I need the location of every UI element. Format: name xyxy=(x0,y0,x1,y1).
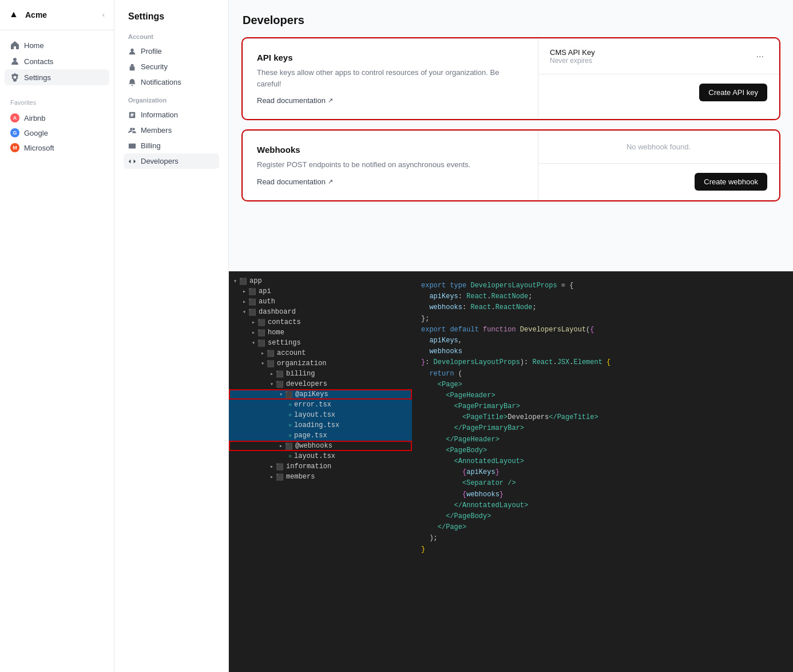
settings-item-billing-label: Billing xyxy=(141,141,161,150)
left-sidebar: ▲ Acme ‹ Home Contacts Settings Favorite… xyxy=(0,0,114,672)
create-webhook-button[interactable]: Create webhook xyxy=(695,173,767,191)
settings-item-information[interactable]: Information xyxy=(124,107,219,122)
chevron-down-icon: ▾ xyxy=(233,278,237,284)
tree-item-webhooks-layout[interactable]: ⚛ layout.tsx xyxy=(229,451,412,461)
settings-item-developers[interactable]: Developers xyxy=(124,153,219,169)
tree-item-home[interactable]: ▸ ⬛ home xyxy=(229,327,412,338)
chevron-right-icon-information: ▸ xyxy=(270,463,273,470)
code-line-12: <PageHeader> xyxy=(421,390,784,401)
code-line-13: <PagePrimaryBar> xyxy=(421,401,784,412)
sidebar-item-contacts-label: Contacts xyxy=(24,57,53,66)
api-keys-title: API keys xyxy=(257,53,524,62)
webhooks-folder-icon: ⬛ xyxy=(285,442,293,450)
main-content: Developers API keys These keys allow oth… xyxy=(229,0,793,271)
collapse-sidebar-button[interactable]: ‹ xyxy=(102,11,105,19)
sidebar-item-google[interactable]: G Google xyxy=(5,125,109,140)
code-line-15: </PagePrimaryBar> xyxy=(421,423,784,434)
code-line-6: export default function DevelopersLayout… xyxy=(421,325,784,335)
tree-item-settings[interactable]: ▾ ⬛ settings xyxy=(229,338,412,348)
tree-item-layout-tsx[interactable]: ⚛ layout.tsx xyxy=(229,410,412,420)
tree-item-page-tsx[interactable]: ⚛ page.tsx xyxy=(229,430,412,441)
google-label: Google xyxy=(24,129,48,137)
settings-item-profile[interactable]: Profile xyxy=(124,44,219,59)
code-line-8: webhooks xyxy=(421,346,784,357)
webhooks-description: Register POST endpoints to be notified o… xyxy=(257,159,524,171)
tree-item-dashboard[interactable]: ▾ ⬛ dashboard xyxy=(229,307,412,317)
sidebar-item-contacts[interactable]: Contacts xyxy=(5,53,109,69)
tree-item-members[interactable]: ▸ ⬛ members xyxy=(229,472,412,482)
code-line-7: apiKeys, xyxy=(421,335,784,346)
chevron-right-icon-webhooks: ▸ xyxy=(279,442,283,449)
settings-item-security[interactable]: Security xyxy=(124,59,219,74)
page-title: Developers xyxy=(243,14,779,27)
chevron-right-icon-account: ▸ xyxy=(261,350,264,357)
account-group-label: Account xyxy=(124,31,219,44)
airbnb-icon: A xyxy=(10,113,19,122)
tree-item-account[interactable]: ▸ ⬛ account xyxy=(229,348,412,358)
sidebar-item-home[interactable]: Home xyxy=(5,37,109,53)
sidebar-item-microsoft[interactable]: M Microsoft xyxy=(5,140,109,155)
code-line-25: ); xyxy=(421,533,784,544)
api-key-more-button[interactable]: ··· xyxy=(753,50,767,63)
settings-icon xyxy=(10,73,19,82)
tree-item-api[interactable]: ▸ ⬛ api xyxy=(229,286,412,297)
webhooks-read-docs-link[interactable]: Read documentation ↗ xyxy=(257,177,333,186)
profile-icon xyxy=(128,48,136,56)
tree-item-developers[interactable]: ▾ ⬛ developers xyxy=(229,379,412,389)
microsoft-label: Microsoft xyxy=(24,144,54,152)
chevron-right-icon-home: ▸ xyxy=(252,329,255,336)
favorites-section: Favorites A Airbnb G Google M Microsoft xyxy=(0,92,114,160)
no-webhook-message: No webhook found. xyxy=(538,131,779,164)
code-line-14: <PageTitle>Developers</PageTitle> xyxy=(421,412,784,423)
api-keys-right: CMS API Key Never expires ··· Create API… xyxy=(538,39,779,118)
tree-item-information[interactable]: ▸ ⬛ information xyxy=(229,461,412,472)
settings-item-billing[interactable]: Billing xyxy=(124,138,219,153)
members-icon xyxy=(128,127,136,135)
app-folder-icon: ⬛ xyxy=(239,278,247,285)
external-link-icon: ↗ xyxy=(328,97,333,104)
api-keys-action-area: Create API key xyxy=(538,74,779,110)
code-line-2: apiKeys: React.ReactNode; xyxy=(421,291,784,302)
external-link-icon-2: ↗ xyxy=(328,178,333,185)
chevron-right-icon-contacts: ▸ xyxy=(252,319,255,326)
api-keys-read-docs-link[interactable]: Read documentation ↗ xyxy=(257,96,333,105)
svg-point-4 xyxy=(130,128,132,130)
sidebar-item-settings-label: Settings xyxy=(24,73,51,82)
tree-item-auth[interactable]: ▸ ⬛ auth xyxy=(229,297,412,307)
code-line-9: }: DevelopersLayoutProps): React.JSX.Ele… xyxy=(421,357,784,368)
chevron-down-icon-settings: ▾ xyxy=(252,339,255,346)
security-icon xyxy=(128,63,136,71)
tree-item-contacts[interactable]: ▸ ⬛ contacts xyxy=(229,317,412,327)
chevron-down-icon-dashboard: ▾ xyxy=(243,309,246,315)
tree-item-organization[interactable]: ▾ ⬛ organization xyxy=(229,358,412,369)
tree-item-app[interactable]: ▾ ⬛ app xyxy=(229,276,412,286)
settings-item-profile-label: Profile xyxy=(141,47,162,56)
code-line-26: } xyxy=(421,544,784,555)
tree-item-loading-tsx[interactable]: ⚛ loading.tsx xyxy=(229,420,412,430)
code-line-24: </Page> xyxy=(421,522,784,533)
settings-item-notifications[interactable]: Notifications xyxy=(124,74,219,90)
apikeys-folder-icon: ⬛ xyxy=(285,391,293,398)
api-keys-card: API keys These keys allow other apps to … xyxy=(243,38,779,119)
tree-item-webhooks[interactable]: ▸ ⬛ @webhooks xyxy=(229,441,412,451)
billing-icon xyxy=(128,142,136,150)
create-api-key-button[interactable]: Create API key xyxy=(699,84,767,101)
chevron-down-icon-organization: ▾ xyxy=(261,360,264,367)
code-line-10: return ( xyxy=(421,369,784,380)
webhooks-title: Webhooks xyxy=(257,145,524,155)
account-folder-icon: ⬛ xyxy=(267,350,275,357)
tree-item-apikeys[interactable]: ▾ ⬛ @apiKeys xyxy=(229,389,412,400)
api-keys-left: API keys These keys allow other apps to … xyxy=(243,39,538,118)
main-nav: Home Contacts Settings xyxy=(0,30,114,92)
settings-item-members[interactable]: Members xyxy=(124,122,219,138)
sidebar-item-settings[interactable]: Settings xyxy=(5,69,109,85)
org-group-label: Organization xyxy=(124,90,219,107)
tree-item-billing[interactable]: ▸ ⬛ billing xyxy=(229,369,412,379)
code-line-11: <Page> xyxy=(421,380,784,390)
tree-item-error-tsx[interactable]: ⚛ error.tsx xyxy=(229,400,412,410)
dashboard-folder-icon: ⬛ xyxy=(248,309,256,316)
favorites-label: Favorites xyxy=(5,97,109,110)
bottom-area: ▾ ⬛ app ▸ ⬛ api ▸ ⬛ auth ▾ xyxy=(229,271,793,672)
sidebar-item-airbnb[interactable]: A Airbnb xyxy=(5,110,109,125)
svg-rect-2 xyxy=(130,66,135,70)
